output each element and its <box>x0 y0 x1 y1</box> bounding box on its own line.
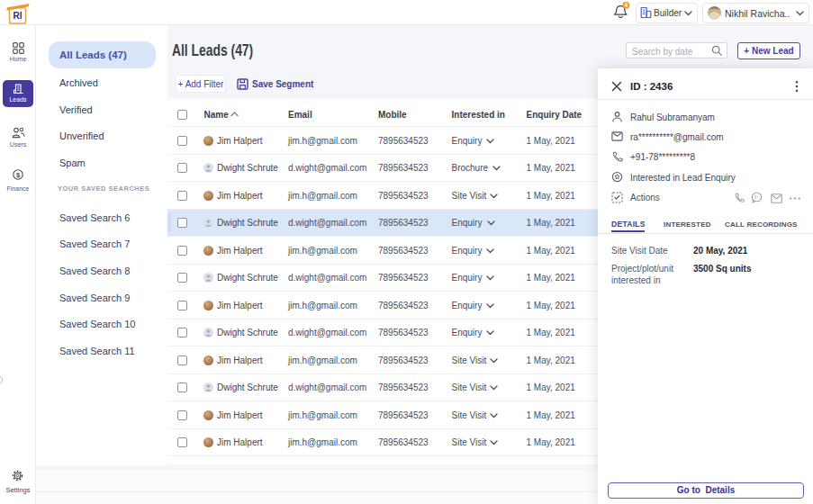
svg-text:RI: RI <box>14 11 23 21</box>
svg-text:$: $ <box>16 171 21 179</box>
svg-text:4: 4 <box>624 2 628 8</box>
